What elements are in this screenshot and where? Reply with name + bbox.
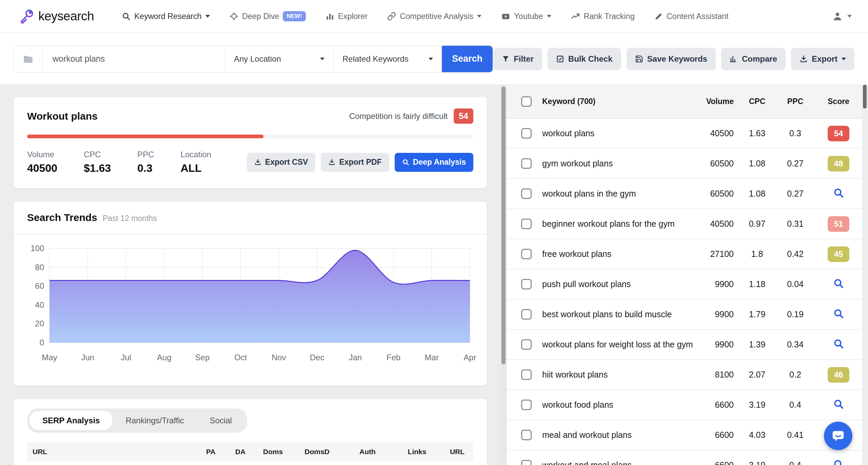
keyword-search-group: Any Location Related Keywords Search bbox=[14, 45, 493, 73]
save-keywords-button[interactable]: Save Keywords bbox=[627, 48, 716, 70]
scrollbar-thumb[interactable] bbox=[501, 86, 506, 364]
col-url-2: URL bbox=[441, 448, 473, 456]
chat-widget-button[interactable] bbox=[824, 422, 852, 450]
page-scrollbar-thumb[interactable] bbox=[863, 85, 867, 108]
row-checkbox[interactable] bbox=[521, 460, 532, 465]
keyword-text: hiit workout plans bbox=[542, 370, 694, 380]
nav-youtube[interactable]: Youtube bbox=[501, 12, 551, 21]
download-icon bbox=[328, 159, 335, 166]
key-icon bbox=[19, 8, 35, 24]
row-checkbox[interactable] bbox=[521, 369, 532, 380]
row-checkbox[interactable] bbox=[521, 309, 532, 320]
select-all-checkbox[interactable] bbox=[521, 96, 532, 107]
overview-stats: Volume 40500 CPC $1.63 PPC 0.3 Location … bbox=[27, 150, 211, 175]
analyze-search-icon[interactable] bbox=[833, 338, 844, 349]
link-icon bbox=[387, 12, 396, 21]
keyword-ppc: 0.2 bbox=[776, 370, 815, 380]
keyword-row[interactable]: workout plans 40500 1.63 0.3 54 bbox=[507, 119, 862, 149]
keyword-row[interactable]: workout plans for weight loss at the gym… bbox=[507, 330, 862, 360]
analyze-search-icon[interactable] bbox=[833, 187, 844, 198]
trends-title: Search Trends bbox=[27, 212, 97, 223]
keyword-row[interactable]: meal and workout plans 6600 4.03 0.41 bbox=[507, 420, 862, 450]
nav-explorer[interactable]: Explorer bbox=[326, 12, 368, 21]
row-checkbox[interactable] bbox=[521, 279, 532, 289]
search-type-select[interactable]: Related Keywords bbox=[333, 46, 442, 72]
download-icon bbox=[800, 55, 808, 63]
keyword-list-scrollbar[interactable] bbox=[500, 85, 507, 465]
user-menu[interactable] bbox=[832, 11, 852, 21]
keyword-score-badge: 45 bbox=[828, 246, 849, 262]
search-trends-card: Search Trends Past 12 months 02040608010… bbox=[14, 202, 487, 385]
filter-button[interactable]: Filter bbox=[493, 48, 542, 70]
row-checkbox[interactable] bbox=[521, 219, 532, 229]
nav-rank-tracking[interactable]: Rank Tracking bbox=[571, 12, 635, 21]
keyword-row[interactable]: push pull workout plans 9900 1.18 0.04 bbox=[507, 269, 862, 300]
row-checkbox[interactable] bbox=[521, 430, 532, 440]
nav-label: Competitive Analysis bbox=[400, 12, 473, 21]
keyword-volume: 60500 bbox=[694, 159, 738, 168]
row-checkbox[interactable] bbox=[521, 158, 532, 169]
search-input[interactable] bbox=[42, 46, 225, 72]
bar-chart-icon bbox=[326, 12, 334, 21]
keyword-cpc: 4.03 bbox=[738, 430, 776, 440]
analyze-search-icon[interactable] bbox=[833, 308, 844, 319]
analyze-search-icon[interactable] bbox=[833, 278, 844, 289]
keyword-volume: 27100 bbox=[694, 249, 738, 259]
trend-icon bbox=[571, 12, 580, 21]
export-csv-button[interactable]: Export CSV bbox=[247, 153, 316, 172]
nav-label: Content Assistant bbox=[667, 12, 729, 21]
keysearch-logo[interactable]: keysearch bbox=[19, 8, 94, 24]
serp-result-row: https://www.muscleandstrength.com/wor… 5… bbox=[27, 461, 473, 465]
nav-content-assistant[interactable]: Content Assistant bbox=[654, 12, 729, 21]
col-url: URL bbox=[27, 448, 195, 456]
analyze-search-icon[interactable] bbox=[833, 399, 844, 409]
nav-items: Keyword Research Deep Dive NEW! Explorer… bbox=[122, 11, 728, 21]
keyword-text: best workout plans to build muscle bbox=[542, 309, 694, 319]
row-checkbox[interactable] bbox=[521, 188, 532, 199]
pencil-icon bbox=[654, 12, 663, 21]
keyword-volume: 60500 bbox=[694, 189, 738, 199]
analyze-search-icon[interactable] bbox=[833, 459, 844, 465]
keyword-row[interactable]: workout food plans 6600 3.19 0.4 bbox=[507, 390, 862, 420]
keyword-text: push pull workout plans bbox=[542, 279, 694, 289]
keyword-text: workout plans bbox=[542, 128, 694, 138]
check-square-icon bbox=[556, 55, 564, 63]
nav-deep-dive[interactable]: Deep Dive NEW! bbox=[230, 11, 306, 21]
keyword-row[interactable]: gym workout plans 60500 1.08 0.27 48 bbox=[507, 149, 862, 179]
row-checkbox[interactable] bbox=[521, 400, 532, 410]
folder-button[interactable] bbox=[14, 46, 42, 72]
export-button[interactable]: Export bbox=[791, 48, 854, 70]
svg-text:Sep: Sep bbox=[195, 353, 210, 362]
nav-competitive-analysis[interactable]: Competitive Analysis bbox=[387, 12, 481, 21]
keyword-row[interactable]: workout plans in the gym 60500 1.08 0.27 bbox=[507, 179, 862, 209]
tab-social[interactable]: Social bbox=[197, 411, 245, 430]
nav-keyword-research[interactable]: Keyword Research bbox=[122, 12, 210, 21]
download-icon bbox=[254, 159, 261, 166]
row-checkbox[interactable] bbox=[521, 128, 532, 139]
stat-label: CPC bbox=[84, 150, 111, 159]
keyword-row[interactable]: hiit workout plans 8100 2.07 0.2 46 bbox=[507, 360, 862, 390]
deep-analysis-button[interactable]: Deep Analysis bbox=[395, 153, 473, 172]
bulk-check-button[interactable]: Bulk Check bbox=[548, 48, 621, 70]
search-button[interactable]: Search bbox=[442, 46, 493, 72]
compare-button[interactable]: Compare bbox=[721, 48, 786, 70]
stat-value: ALL bbox=[180, 162, 211, 175]
keyword-volume: 6600 bbox=[694, 400, 738, 410]
keyword-row[interactable]: workout and meal plans 6600 3.19 0.4 bbox=[507, 450, 862, 465]
keyword-row[interactable]: free workout plans 27100 1.8 0.42 45 bbox=[507, 239, 862, 269]
tab-rankings-traffic[interactable]: Rankings/Traffic bbox=[113, 411, 197, 430]
row-checkbox[interactable] bbox=[521, 249, 532, 259]
keyword-score-badge: 54 bbox=[828, 126, 849, 141]
keyword-score-cell bbox=[815, 459, 862, 465]
tab-serp-analysis[interactable]: SERP Analysis bbox=[29, 411, 113, 430]
keyword-row[interactable]: best workout plans to build muscle 9900 … bbox=[507, 300, 862, 330]
svg-text:60: 60 bbox=[35, 281, 44, 290]
location-select[interactable]: Any Location bbox=[225, 46, 333, 72]
keyword-cpc: 1.08 bbox=[738, 189, 776, 199]
stat-value: 0.3 bbox=[137, 162, 154, 175]
export-pdf-button[interactable]: Export PDF bbox=[321, 153, 389, 172]
export-csv-label: Export CSV bbox=[265, 158, 308, 167]
svg-text:Feb: Feb bbox=[387, 353, 400, 362]
keyword-row[interactable]: beginner workout plans for the gym 40500… bbox=[507, 209, 862, 239]
row-checkbox[interactable] bbox=[521, 339, 532, 350]
